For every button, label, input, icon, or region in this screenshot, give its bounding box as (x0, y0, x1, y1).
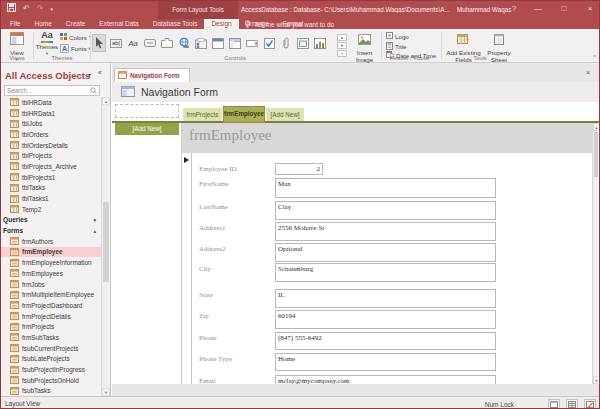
ribbon-tab-create[interactable]: Create (59, 19, 93, 29)
field-input-firstname[interactable]: Max (275, 178, 496, 198)
ribbon-tab-design[interactable]: Design (204, 19, 238, 29)
colors-button[interactable]: Colors▾ (60, 33, 91, 41)
collapse-ribbon-icon[interactable]: ^ (593, 54, 596, 60)
close-button[interactable]: × (582, 2, 598, 16)
section-chevron-icon[interactable]: ▾ (93, 217, 96, 223)
web-browser-icon[interactable] (211, 34, 225, 52)
nav-pane-title[interactable]: All Access Objects (5, 70, 90, 81)
scroll-up-icon[interactable]: ▲ (102, 97, 110, 105)
save-icon[interactable] (7, 3, 16, 14)
scroll-down-icon[interactable]: ▼ (102, 388, 110, 396)
nav-item-tbltasks[interactable]: tblTasks (1, 183, 101, 194)
shutter-close-icon[interactable]: « (98, 69, 102, 76)
text-box-icon[interactable]: ab| (109, 34, 123, 52)
section-forms[interactable]: Forms▴ (1, 225, 101, 236)
nav-item-tbltasks1[interactable]: tblTasks1 (1, 193, 101, 204)
form-scrollbar[interactable]: ▲ ▼ (592, 123, 598, 384)
tell-me-box[interactable]: Tell me what you want to do (244, 19, 334, 29)
search-input[interactable]: Search... (4, 85, 100, 96)
navigation-control-icon[interactable] (228, 34, 242, 52)
themes-button[interactable]: Aa Themes ▾ (36, 31, 58, 56)
nav-item-frmauthors[interactable]: frmAuthors (1, 236, 101, 247)
field-input-employee-id[interactable]: 2 (275, 163, 323, 175)
fonts-button[interactable]: A Fonts▾ (60, 44, 91, 53)
nav-item-tblorders[interactable]: tblOrders (1, 129, 101, 140)
nav-item-temp2[interactable]: Temp2 (1, 204, 101, 215)
gallery-scroll-down-icon[interactable]: ▼ (337, 42, 347, 49)
field-input-address2[interactable]: Optional (275, 243, 496, 262)
nav-item-frmjobs[interactable]: frmJobs (1, 279, 101, 290)
nav-item-tblordersdetails[interactable]: tblOrdersDetails (1, 140, 101, 151)
datasheet-view-icon[interactable] (566, 399, 578, 409)
label-icon[interactable]: Aa (126, 34, 140, 52)
field-input-phone-type[interactable]: Home (275, 353, 496, 371)
field-input-email[interactable]: mclay@mycompany.com (275, 375, 496, 384)
select-icon[interactable] (92, 34, 106, 52)
option-group-icon[interactable] (194, 34, 208, 52)
nav-item-fsublateprojects[interactable]: fsubLateProjects (1, 354, 101, 365)
nav-item-frmprojectdashboard[interactable]: frmProjectDashboard (1, 300, 101, 311)
field-input-zip[interactable]: 60194 (275, 310, 496, 329)
minimize-button[interactable]: — (530, 2, 546, 16)
check-box-icon[interactable] (262, 34, 276, 52)
field-input-city[interactable]: Schaumburg (275, 263, 496, 282)
nav-item-frmemployeeinformation[interactable]: frmEmployeeInformation (1, 257, 101, 268)
nav-item-frmprojectdetails[interactable]: frmProjectDetails (1, 311, 101, 322)
subform-icon[interactable] (296, 34, 310, 52)
nav-item-fsubtasks[interactable]: fsubTasks (1, 386, 101, 396)
field-input-state[interactable]: IL (275, 289, 496, 308)
undo-icon[interactable]: ↶ (23, 4, 30, 13)
title-button[interactable]: Title (386, 42, 406, 51)
combo-box-icon[interactable] (245, 34, 259, 52)
ribbon-tab-home[interactable]: Home (27, 19, 58, 29)
nav-tab-frmprojects[interactable]: frmProjects (183, 108, 222, 121)
maximize-button[interactable]: □ (556, 2, 572, 16)
close-document-icon[interactable]: × (586, 69, 590, 76)
tab-control-icon[interactable] (160, 34, 174, 52)
gallery-scroll-up-icon[interactable]: ▲ (337, 34, 347, 41)
record-selector-bar[interactable] (182, 153, 192, 384)
hyperlink-icon[interactable] (177, 34, 191, 52)
nav-item-fsubcurrentprojects[interactable]: fsubCurrentProjects (1, 343, 101, 354)
help-button[interactable]: ? (506, 2, 522, 16)
nav-pane-scrollbar[interactable]: ▲ ▼ (101, 97, 109, 396)
nav-item-tblprojects-archive[interactable]: tblProjects_Archive (1, 161, 101, 172)
nav-item-frmprojects[interactable]: frmProjects (1, 321, 101, 332)
scroll-down-icon[interactable]: ▼ (593, 376, 598, 384)
nav-item-frmemployees[interactable]: frmEmployees (1, 268, 101, 279)
nav-item-tblhrdata1[interactable]: tblHRData1 (1, 108, 101, 119)
nav-item-frmemployee[interactable]: frmEmployee (1, 247, 101, 258)
layout-view-icon[interactable] (584, 399, 596, 409)
attachment-icon[interactable] (279, 34, 293, 52)
nav-item-tblprojects[interactable]: tblProjects (1, 150, 101, 161)
customize-quick-access-icon[interactable]: ▾ (50, 6, 53, 12)
nav-item-tbljobs[interactable]: tblJobs (1, 118, 101, 129)
scroll-up-icon[interactable]: ▲ (593, 123, 598, 131)
nav-item-fsubprojectinprogress[interactable]: fsubProjectInProgress (1, 364, 101, 375)
ribbon-tab-external-data[interactable]: External Data (92, 19, 145, 29)
nav-item-frmmultipleitememployee[interactable]: frmMultipleItemEmployee (1, 289, 101, 300)
scrollbar-thumb[interactable] (103, 202, 109, 282)
field-input-lastname[interactable]: Clay (275, 201, 496, 220)
nav-item-tblhrdata[interactable]: tblHRData (1, 97, 101, 108)
ribbon-tab-database-tools[interactable]: Database Tools (146, 19, 205, 29)
nav-item-tblprojects1[interactable]: tblProjects1 (1, 172, 101, 183)
side-add-new-button[interactable]: [Add New] (115, 123, 179, 135)
section-chevron-icon[interactable]: ▴ (93, 228, 96, 234)
chart-icon[interactable] (313, 34, 327, 52)
field-input-phone[interactable]: (847) 555-6492 (275, 332, 496, 350)
ribbon-tab-file[interactable]: File (3, 19, 27, 29)
field-input-address1[interactable]: 2556 Mohave St (275, 222, 496, 241)
document-tab-navigation-form[interactable]: Navigation Form (114, 68, 190, 82)
user-account-name[interactable]: Muhammad Waqas (457, 6, 511, 13)
nav-pane-menu-chevron-icon[interactable]: ▾ (88, 71, 91, 78)
nav-tab-add-new[interactable]: [Add New] (266, 108, 304, 121)
logo-button[interactable]: Logo (386, 32, 409, 40)
nav-tab-frmemployee[interactable]: frmEmployee (223, 106, 265, 123)
nav-item-frmsubtasks[interactable]: frmSubTasks (1, 332, 101, 343)
button-icon[interactable]: xxx (143, 34, 157, 52)
form-view-icon[interactable] (548, 399, 560, 409)
empty-control-placeholder[interactable] (115, 104, 179, 118)
nav-item-fsubprojectsonhold[interactable]: fsubProjectsOnHold (1, 375, 101, 386)
section-queries[interactable]: Queries▾ (1, 215, 101, 226)
